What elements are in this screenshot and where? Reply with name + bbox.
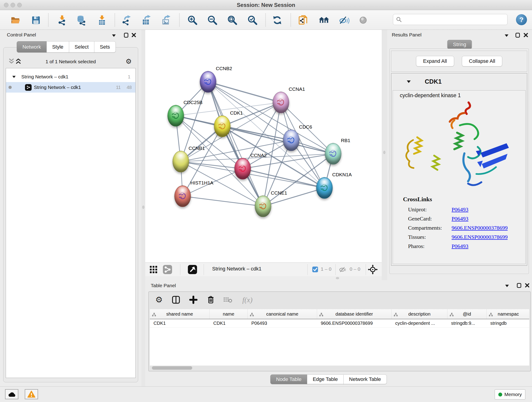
tab-string[interactable]: String — [447, 40, 472, 49]
share-view-icon[interactable] — [163, 265, 172, 274]
crosslink-link[interactable]: P06493 — [452, 206, 508, 213]
tab-node-table[interactable]: Node Table — [270, 375, 307, 384]
close-panel-icon[interactable] — [523, 32, 529, 38]
selected-checkbox-icon[interactable] — [312, 266, 318, 273]
show-all-button[interactable] — [358, 15, 369, 26]
import-table-file-button[interactable] — [96, 15, 107, 26]
node-CCNA2[interactable] — [234, 158, 251, 179]
panel-menu-caret-icon[interactable] — [111, 32, 117, 38]
crosslink-link[interactable]: P06493 — [452, 243, 508, 249]
search-input[interactable] — [402, 15, 507, 24]
node-CDK1[interactable] — [214, 115, 230, 137]
column-header-namespac[interactable]: namespac — [487, 309, 529, 319]
node-CDKN1A[interactable] — [316, 177, 333, 199]
memory-button[interactable]: Memory — [495, 389, 525, 400]
export-table-button[interactable] — [140, 15, 152, 26]
crosslink-link[interactable]: P06493 — [452, 216, 508, 222]
collection-expand-caret-icon[interactable] — [12, 76, 16, 78]
results-button-row: Expand All Collapse All — [391, 51, 527, 72]
birdseye-view-icon[interactable] — [188, 265, 197, 274]
zoom-out-button[interactable] — [207, 15, 218, 26]
import-network-database-button[interactable] — [76, 15, 87, 26]
network-options-gear-icon[interactable]: ⚙ — [126, 58, 132, 65]
warning-status-button[interactable] — [25, 389, 38, 399]
create-column-plus-icon[interactable] — [188, 294, 199, 305]
collapse-all-button[interactable]: Collapse All — [462, 56, 502, 66]
save-session-button[interactable] — [31, 15, 41, 26]
grid-view-icon[interactable] — [149, 265, 158, 274]
show-columns-icon[interactable] — [171, 294, 181, 305]
bottom-splitter[interactable] — [145, 276, 382, 280]
export-network-button[interactable] — [121, 15, 132, 26]
import-network-file-button[interactable] — [57, 15, 68, 26]
hide-selected-button[interactable] — [339, 15, 350, 26]
first-neighbors-button[interactable] — [318, 15, 329, 26]
node-CDC25B[interactable] — [167, 105, 184, 127]
column-header-database-identifier[interactable]: database identifier — [317, 309, 392, 319]
edge-CCNA2-CDKN1A[interactable] — [243, 169, 324, 188]
zoom-fit-button[interactable] — [227, 15, 238, 26]
hidden-eye-icon[interactable] — [338, 265, 347, 274]
splitter-handle[interactable] — [336, 277, 339, 279]
column-header-name[interactable]: name — [210, 309, 248, 319]
float-panel-icon[interactable] — [515, 32, 520, 38]
close-panel-icon[interactable] — [131, 32, 137, 38]
left-splitter[interactable] — [141, 30, 145, 386]
column-label: shared name — [166, 312, 193, 317]
close-panel-icon[interactable] — [524, 282, 530, 288]
column-header-shared-name[interactable]: shared name — [150, 309, 210, 319]
float-panel-icon[interactable] — [516, 282, 522, 288]
node-CCNE1[interactable] — [255, 196, 271, 217]
expand-all-button[interactable]: Expand All — [416, 56, 454, 66]
edge-CCNB2-CCNE1[interactable] — [208, 82, 263, 206]
gene-entry-header[interactable]: CDK1 — [391, 73, 527, 90]
zoom-selected-button[interactable] — [247, 15, 258, 26]
delete-column-trash-icon[interactable] — [206, 294, 216, 305]
tab-network[interactable]: Network — [17, 41, 47, 52]
help-button[interactable]: ? — [516, 14, 527, 25]
fit-selected-crosshair-icon[interactable] — [368, 265, 378, 274]
splitter-handle[interactable] — [142, 206, 144, 209]
right-splitter[interactable] — [382, 30, 387, 280]
refresh-button[interactable] — [272, 15, 283, 26]
open-session-button[interactable] — [10, 15, 21, 26]
float-panel-icon[interactable] — [123, 32, 129, 38]
column-header-canonical-name[interactable]: canonical name — [248, 309, 317, 319]
crosslink-link[interactable]: 9606.ENSP00000378699 — [452, 234, 508, 240]
protein-structure-image — [400, 98, 519, 192]
tab-style[interactable]: Style — [46, 41, 69, 52]
clone-network-button[interactable] — [298, 15, 309, 26]
panel-menu-caret-icon[interactable] — [504, 32, 510, 38]
network-row-selected[interactable]: String Network – cdk1 11 48 — [6, 82, 135, 93]
crosslink-link[interactable]: 9606.ENSP00000378699 — [452, 225, 508, 231]
splitter-handle[interactable] — [383, 151, 385, 154]
entry-collapse-caret-icon[interactable] — [407, 80, 411, 83]
column-header-@id[interactable]: @id — [447, 309, 487, 319]
table-row[interactable]: CDK1CDK1P064939606.ENSP00000378699cyclin… — [150, 319, 529, 327]
edge-CCNB1-CCNA2[interactable] — [181, 162, 243, 169]
node-CCNA1[interactable] — [273, 92, 289, 113]
node-HIST1H1A[interactable] — [174, 185, 191, 207]
toolbar-separator — [48, 13, 49, 27]
network-canvas[interactable]: CCNB2 CCNA1 CDC25B CDK1 CDC6 RB1CCNB1 CC… — [145, 30, 382, 262]
panel-menu-caret-icon[interactable] — [504, 283, 510, 289]
node-CCNB1[interactable] — [172, 151, 189, 172]
function-builder-fx[interactable]: f(x) — [239, 294, 255, 305]
zoom-in-button[interactable] — [187, 15, 198, 26]
cloud-status-button[interactable] — [5, 389, 18, 399]
column-header-description[interactable]: description — [392, 309, 447, 319]
edge-HIST1H1A-CCNE1[interactable] — [183, 196, 263, 206]
network-collection-row[interactable]: String Network – cdk1 1 — [6, 71, 135, 82]
tab-sets[interactable]: Sets — [94, 41, 116, 52]
table-options-gear-icon[interactable]: ⚙ — [154, 294, 164, 305]
tab-network-table[interactable]: Network Table — [343, 375, 387, 384]
node-CCNB2[interactable] — [200, 71, 216, 93]
horizontal-scrollbar-thumb[interactable] — [152, 366, 192, 370]
node-RB1[interactable] — [325, 143, 341, 165]
delete-table-icon[interactable] — [222, 294, 233, 305]
tab-edge-table[interactable]: Edge Table — [307, 375, 344, 384]
node-CDC6[interactable] — [283, 129, 299, 151]
export-image-button[interactable] — [160, 15, 171, 26]
import-network-icon — [57, 15, 67, 26]
tab-select[interactable]: Select — [69, 41, 94, 52]
